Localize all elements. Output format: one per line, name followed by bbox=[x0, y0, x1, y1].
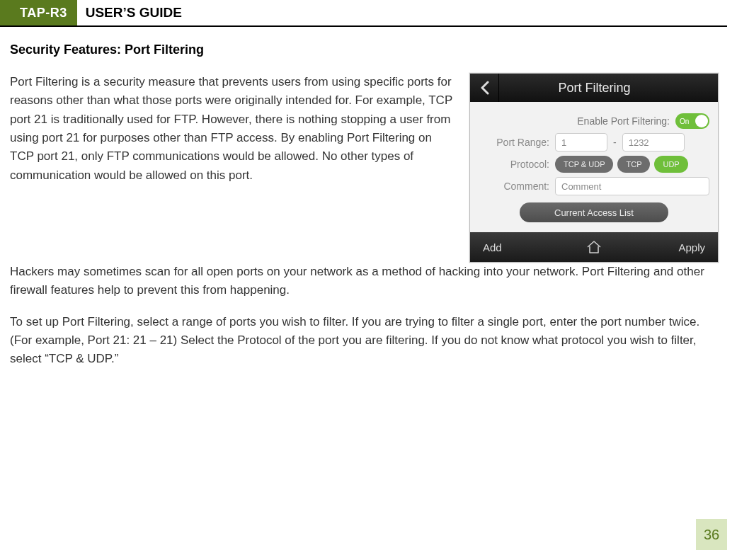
screenshot-titlebar: Port Filtering bbox=[470, 74, 718, 102]
paragraph-2: Hackers may sometimes scan for all open … bbox=[10, 263, 719, 300]
section-title: Security Features: Port Filtering bbox=[10, 42, 719, 57]
comment-label: Comment: bbox=[479, 181, 549, 192]
port-from-input[interactable]: 1 bbox=[555, 133, 607, 152]
screenshot-title: Port Filtering bbox=[499, 81, 690, 96]
paragraph-3: To set up Port Filtering, select a range… bbox=[10, 313, 719, 369]
back-icon[interactable] bbox=[470, 74, 499, 102]
screenshot-port-filtering: Port Filtering Enable Port Filtering: On… bbox=[469, 73, 719, 263]
screenshot-footer: Add Apply bbox=[470, 232, 718, 262]
paragraph-1: Port Filtering is a security measure tha… bbox=[10, 73, 457, 185]
home-icon[interactable] bbox=[586, 240, 602, 254]
protocol-option-tcpudp[interactable]: TCP & UDP bbox=[555, 156, 613, 173]
product-tag: TAP-R3 bbox=[10, 0, 77, 25]
doc-header: TAP-R3 USER’S GUIDE bbox=[0, 0, 727, 27]
screenshot-body: Enable Port Filtering: On Port Range: 1 … bbox=[470, 102, 718, 232]
port-range-separator: - bbox=[613, 137, 617, 148]
doc-title: USER’S GUIDE bbox=[77, 0, 182, 25]
port-to-input[interactable]: 1232 bbox=[622, 133, 685, 152]
port-range-label: Port Range: bbox=[479, 137, 549, 148]
enable-toggle[interactable]: On bbox=[675, 113, 709, 129]
protocol-label: Protocol: bbox=[479, 159, 549, 170]
protocol-segmented: TCP & UDP TCP UDP bbox=[555, 156, 688, 173]
current-access-list-button[interactable]: Current Access List bbox=[520, 202, 668, 222]
protocol-option-udp[interactable]: UDP bbox=[654, 156, 687, 173]
add-button[interactable]: Add bbox=[470, 241, 586, 253]
header-accent bbox=[0, 0, 10, 25]
page-number: 36 bbox=[696, 519, 727, 550]
apply-button[interactable]: Apply bbox=[602, 241, 718, 253]
protocol-option-tcp[interactable]: TCP bbox=[617, 156, 650, 173]
comment-input[interactable]: Comment bbox=[555, 177, 709, 195]
enable-label: Enable Port Filtering: bbox=[577, 115, 670, 127]
